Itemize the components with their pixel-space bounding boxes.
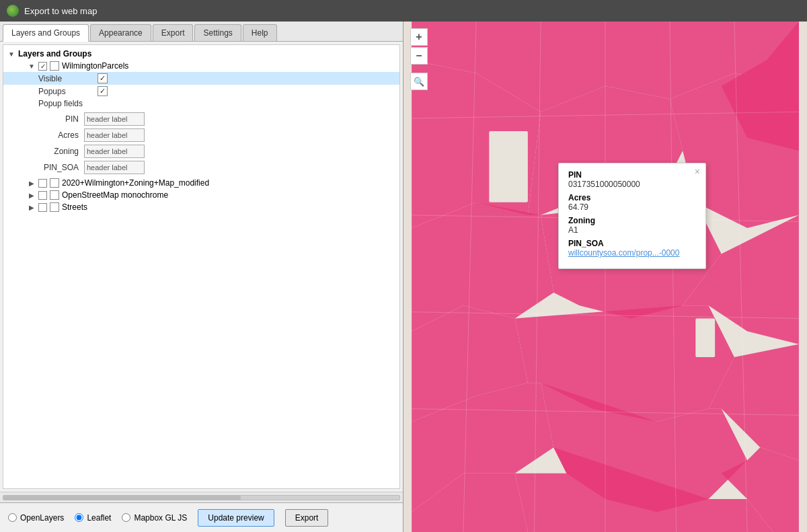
zoning-checkbox[interactable] <box>38 179 47 188</box>
popup-row-zoning: Zoning A1 <box>568 216 696 235</box>
radio-leaflet[interactable]: Leaflet <box>75 513 111 523</box>
field-name-acres: Acres <box>38 130 79 140</box>
field-row-acres: Acres <box>38 127 395 143</box>
popup-row-pin: PIN 0317351000050000 <box>568 170 696 189</box>
osm-layer-name: OpenStreetMap monochrome <box>62 190 168 200</box>
prop-label-popups: Popups <box>38 87 92 96</box>
field-input-pin-soa[interactable] <box>84 161 145 174</box>
field-row-pin: PIN <box>38 111 395 127</box>
map-panel: + − 🔍 × PIN 0317351000050000 Acres 64.79… <box>404 22 807 532</box>
osm-expand-arrow[interactable] <box>28 191 36 199</box>
prop-row-popup-fields: Popup fields <box>3 98 399 110</box>
tree-item-zoning-map[interactable]: 2020+Wilmington+Zoning+Map_modified <box>3 177 399 189</box>
tree-section-header: Layers and Groups <box>3 48 399 60</box>
popup-label-acres: Acres <box>568 193 696 202</box>
popup-label-pin: PIN <box>568 170 696 180</box>
export-button[interactable]: Export <box>285 509 329 527</box>
osm-layer-icon <box>50 190 59 200</box>
wilmington-layer-icon <box>50 61 59 71</box>
tab-appearance[interactable]: Appearance <box>90 24 151 41</box>
scrollbar-thumb[interactable] <box>3 496 241 500</box>
popup-fields-section: PIN Acres Zoning PIN_SOA <box>3 110 399 177</box>
streets-checkbox[interactable] <box>38 203 47 212</box>
tab-layers-and-groups[interactable]: Layers and Groups <box>3 24 89 42</box>
tab-export[interactable]: Export <box>153 24 194 41</box>
popup-row-pin-soa: PIN_SOA willcountysoa.com/prop...-0000 <box>568 239 696 258</box>
tab-help[interactable]: Help <box>243 24 277 41</box>
streets-layer-icon <box>50 202 59 212</box>
search-button[interactable]: 🔍 <box>410 73 428 90</box>
popup-card: × PIN 0317351000050000 Acres 64.79 Zonin… <box>558 163 706 269</box>
prop-checkbox-visible[interactable] <box>98 73 108 83</box>
map-background <box>404 22 807 532</box>
horizontal-scrollbar[interactable] <box>0 492 403 502</box>
left-panel: Layers and Groups Appearance Export Sett… <box>0 22 404 532</box>
prop-checkbox-popups[interactable] <box>98 86 108 96</box>
field-input-acres[interactable] <box>84 128 145 142</box>
svg-rect-26 <box>489 131 528 202</box>
wilmington-checkbox[interactable] <box>38 62 47 71</box>
streets-expand-arrow[interactable] <box>28 203 36 211</box>
osm-checkbox[interactable] <box>38 191 47 200</box>
prop-label-popup-fields: Popup fields <box>38 99 92 108</box>
field-row-pin-soa: PIN_SOA <box>38 159 395 176</box>
zoning-layer-icon <box>50 178 59 188</box>
popup-link-pin-soa[interactable]: willcountysoa.com/prop...-0000 <box>568 248 696 258</box>
streets-layer-name: Streets <box>62 202 87 212</box>
radio-openlayers[interactable]: OpenLayers <box>8 513 64 523</box>
field-input-zoning[interactable] <box>84 145 145 158</box>
radio-openlayers-label: OpenLayers <box>20 513 64 523</box>
radio-mapbox[interactable]: Mapbox GL JS <box>122 513 187 523</box>
tree-item-streets[interactable]: Streets <box>3 201 399 213</box>
radio-leaflet-label: Leaflet <box>87 513 111 523</box>
bottom-toolbar: OpenLayers Leaflet Mapbox GL JS Update p… <box>0 502 403 532</box>
field-name-zoning: Zoning <box>38 147 79 156</box>
field-input-pin[interactable] <box>84 112 145 126</box>
prop-row-popups[interactable]: Popups <box>3 85 399 98</box>
radio-mapbox-input[interactable] <box>122 513 130 522</box>
tab-settings[interactable]: Settings <box>194 24 241 41</box>
popup-value-zoning: A1 <box>568 225 696 235</box>
wilmington-layer-name: WilmingtonParcels <box>62 61 128 71</box>
map-controls: + − 🔍 <box>410 28 428 90</box>
popup-row-acres: Acres 64.79 <box>568 193 696 212</box>
popup-label-zoning: Zoning <box>568 216 696 225</box>
app-icon <box>7 5 19 17</box>
field-name-pin-soa: PIN_SOA <box>38 163 79 172</box>
zoning-layer-name: 2020+Wilmington+Zoning+Map_modified <box>62 178 209 188</box>
zoom-out-button[interactable]: − <box>410 47 428 65</box>
window-title: Export to web map <box>24 6 97 16</box>
field-row-zoning: Zoning <box>38 143 395 159</box>
radio-mapbox-label: Mapbox GL JS <box>134 513 187 523</box>
radio-leaflet-input[interactable] <box>75 513 83 522</box>
field-name-pin: PIN <box>38 114 79 124</box>
section-label: Layers and Groups <box>18 49 91 59</box>
update-preview-button[interactable]: Update preview <box>198 509 274 527</box>
wilmington-expand-arrow[interactable] <box>28 62 36 70</box>
section-expand-arrow[interactable] <box>7 50 15 58</box>
popup-close-button[interactable]: × <box>695 166 700 177</box>
zoning-expand-arrow[interactable] <box>28 179 36 187</box>
main-content: Layers and Groups Appearance Export Sett… <box>0 22 807 532</box>
tree-item-openstreetmap[interactable]: OpenStreetMap monochrome <box>3 189 399 201</box>
prop-row-visible[interactable]: Visible <box>3 72 399 85</box>
zoom-in-button[interactable]: + <box>410 28 428 46</box>
popup-value-pin: 0317351000050000 <box>568 180 696 189</box>
popup-value-acres: 64.79 <box>568 202 696 212</box>
prop-label-visible: Visible <box>38 74 92 83</box>
tab-bar: Layers and Groups Appearance Export Sett… <box>0 22 403 42</box>
svg-rect-28 <box>695 318 715 357</box>
radio-openlayers-input[interactable] <box>8 513 17 522</box>
titlebar: Export to web map <box>0 0 807 22</box>
tree-content: Layers and Groups WilmingtonParcels Visi… <box>3 44 400 489</box>
tree-item-wilmington-parcels[interactable]: WilmingtonParcels <box>3 60 399 72</box>
popup-label-pin-soa: PIN_SOA <box>568 239 696 248</box>
scrollbar-track[interactable] <box>3 495 400 500</box>
